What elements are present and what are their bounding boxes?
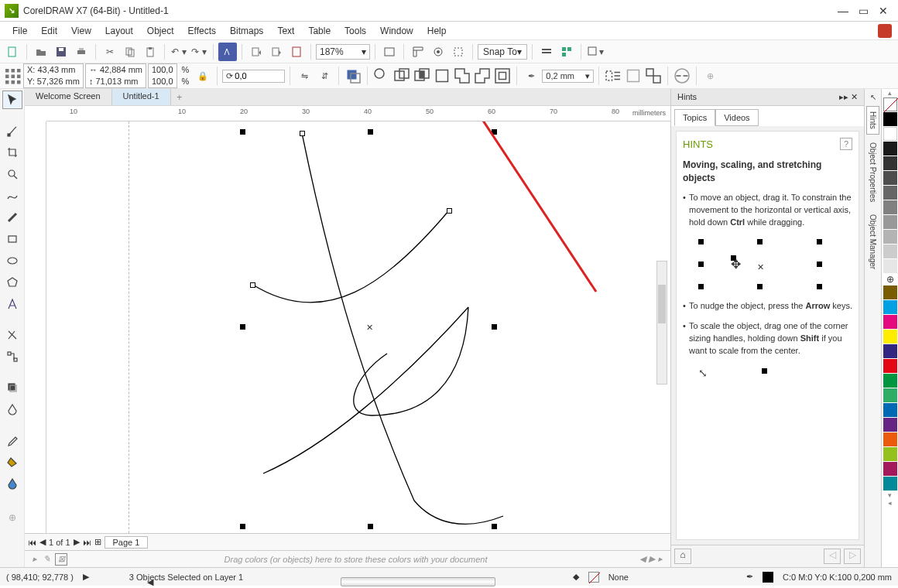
save-button[interactable] xyxy=(52,43,70,61)
maximize-button[interactable]: ▭ xyxy=(853,3,873,19)
hints-back-button[interactable]: ◁ xyxy=(824,549,841,564)
cut-button[interactable]: ✂ xyxy=(101,43,119,61)
menu-text[interactable]: Text xyxy=(271,24,300,38)
scale-y-value[interactable]: 100,0 xyxy=(152,77,173,86)
show-grid-button[interactable] xyxy=(429,43,447,61)
quick-customize-button[interactable]: ⊕ xyxy=(2,508,22,527)
palette-swatch[interactable] xyxy=(883,374,897,388)
options-button[interactable] xyxy=(537,43,556,61)
transparency-tool[interactable] xyxy=(2,400,22,419)
drop-shadow-tool[interactable] xyxy=(2,378,22,397)
vertical-ruler[interactable] xyxy=(25,121,46,533)
rectangle-tool[interactable] xyxy=(2,230,22,248)
menu-layout[interactable]: Layout xyxy=(99,24,139,38)
palette-up[interactable]: ▴ xyxy=(882,89,898,97)
crop-tool[interactable] xyxy=(2,143,22,162)
add-page-button[interactable]: ⊞ xyxy=(94,537,101,547)
horizontal-ruler[interactable]: 10 10 20 30 40 50 60 70 80 millimeters xyxy=(46,106,670,121)
palette-swatch[interactable] xyxy=(883,186,897,200)
palette-swatch[interactable] xyxy=(883,156,897,170)
mirror-v-button[interactable]: ⇵ xyxy=(315,67,334,85)
x-value[interactable]: 43,43 mm xyxy=(37,65,75,74)
palette-swatch[interactable] xyxy=(883,359,897,373)
palette-swatch[interactable] xyxy=(883,300,897,314)
connector-tool[interactable] xyxy=(2,347,22,366)
account-icon[interactable] xyxy=(878,24,892,38)
side-tab-object-manager[interactable]: Object Manager xyxy=(867,210,879,274)
palette-swatch[interactable] xyxy=(883,215,897,229)
tab-untitled[interactable]: Untitled-1 xyxy=(112,89,171,105)
app-launcher-button[interactable] xyxy=(557,43,576,61)
undo-button[interactable]: ↶ ▾ xyxy=(170,43,188,61)
palette-menu[interactable]: ▸ xyxy=(658,554,663,564)
width-value[interactable]: 42,884 mm xyxy=(100,65,142,74)
menu-table[interactable]: Table xyxy=(302,24,337,38)
palette-add[interactable]: ⊕ xyxy=(882,274,898,285)
snap-to-dropdown[interactable]: Snap To ▾ xyxy=(478,44,527,60)
menu-file[interactable]: File xyxy=(6,24,33,38)
window-state-button[interactable]: ▾ xyxy=(586,43,605,61)
hints-tab-videos[interactable]: Videos xyxy=(715,109,758,126)
palette-scroll-right[interactable]: ▶ xyxy=(649,554,655,564)
freehand-tool[interactable] xyxy=(2,186,22,205)
tab-welcome[interactable]: Welcome Screen xyxy=(25,89,112,105)
interactive-fill-tool[interactable] xyxy=(2,474,22,493)
new-tab-button[interactable]: + xyxy=(171,89,188,105)
menu-edit[interactable]: Edit xyxy=(35,24,63,38)
palette-down[interactable]: ▾ xyxy=(882,491,898,499)
order-front-button[interactable] xyxy=(344,67,362,85)
palette-swatch[interactable] xyxy=(883,447,897,461)
convert-curves-button[interactable]: ⊕ xyxy=(701,67,720,85)
palette-scroll-left[interactable]: ◀ xyxy=(639,554,646,564)
menu-help[interactable]: Help xyxy=(421,24,453,38)
palette-swatch[interactable] xyxy=(883,200,897,214)
horizontal-scrollbar[interactable] xyxy=(341,577,495,586)
object-origin-icon[interactable] xyxy=(3,67,22,85)
nav-next[interactable]: ▶ xyxy=(74,537,80,547)
show-rulers-button[interactable] xyxy=(409,43,427,61)
redo-button[interactable]: ↷ ▾ xyxy=(190,43,208,61)
mirror-h-button[interactable]: ⇋ xyxy=(295,67,314,85)
eyedropper-tool[interactable] xyxy=(2,431,22,450)
import-button[interactable] xyxy=(247,43,266,61)
dimension-tool[interactable] xyxy=(2,326,22,344)
nav-last[interactable]: ⏭ xyxy=(83,538,91,547)
side-tab-object-properties[interactable]: Object Properties xyxy=(867,138,879,207)
new-button[interactable] xyxy=(3,43,22,61)
palette-swatch[interactable] xyxy=(883,344,897,358)
hscroll-left[interactable]: ◀ xyxy=(147,577,153,586)
fullscreen-preview-button[interactable] xyxy=(380,43,399,61)
palette-swatch[interactable] xyxy=(883,462,897,476)
group-button[interactable] xyxy=(644,67,663,85)
palette-swatch[interactable] xyxy=(883,259,897,273)
vertical-scrollbar[interactable] xyxy=(656,261,667,385)
drawing-canvas[interactable]: ✕ xyxy=(46,121,670,533)
page-tab[interactable]: Page 1 xyxy=(105,536,149,549)
shape-tool[interactable] xyxy=(2,121,22,140)
weld-button[interactable] xyxy=(372,67,391,85)
palette-swatch[interactable] xyxy=(883,403,897,417)
open-button[interactable] xyxy=(32,43,50,61)
palette-swatch[interactable] xyxy=(883,477,897,491)
hints-tab-topics[interactable]: Topics xyxy=(674,109,715,126)
palette-swatch[interactable] xyxy=(883,244,897,258)
simplify-button[interactable] xyxy=(433,67,451,85)
palette-swatch[interactable] xyxy=(883,112,897,126)
palette-flyout[interactable]: ◂ xyxy=(882,499,898,507)
front-minus-back-button[interactable] xyxy=(453,67,471,85)
text-tool[interactable] xyxy=(2,295,22,313)
minimize-button[interactable]: — xyxy=(833,3,853,19)
palette-swatch[interactable] xyxy=(883,127,897,141)
palette-swatch[interactable] xyxy=(883,171,897,185)
polygon-tool[interactable] xyxy=(2,273,22,292)
trim-button[interactable] xyxy=(392,67,411,85)
boundary-button[interactable] xyxy=(493,67,512,85)
play-icon[interactable]: ▶ xyxy=(83,572,89,582)
fill-tool[interactable] xyxy=(2,453,22,471)
print-button[interactable] xyxy=(72,43,91,61)
palette-swatch[interactable] xyxy=(883,142,897,156)
paste-button[interactable] xyxy=(141,43,159,61)
artistic-media-tool[interactable] xyxy=(2,208,22,227)
zoom-tool[interactable] xyxy=(2,165,22,183)
docker-collapse-button[interactable]: ▸▸ ✕ xyxy=(839,92,858,102)
